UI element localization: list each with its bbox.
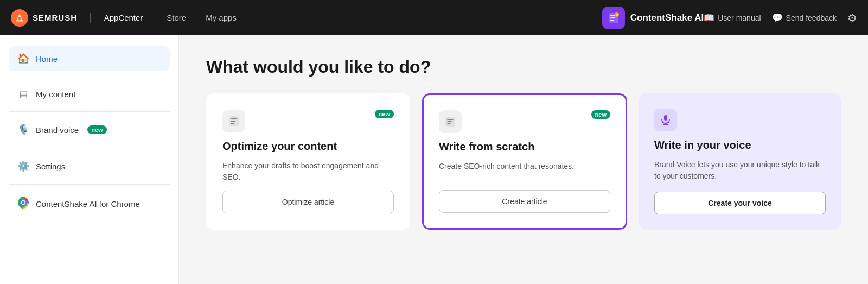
sidebar-chrome-label: ContentShake AI for Chrome bbox=[36, 199, 140, 209]
send-feedback-label: Send feedback bbox=[786, 14, 837, 22]
sidebar-divider-3 bbox=[9, 148, 170, 148]
optimize-card-title: Optimize your content bbox=[222, 140, 394, 153]
sidebar: 🏠 Home ▤ My content 🎙️ Brand voice new ⚙… bbox=[0, 35, 179, 284]
write-scratch-card: new Write from scratch Create SEO-rich c… bbox=[422, 93, 627, 230]
user-manual-label: User manual bbox=[718, 14, 761, 22]
write-scratch-card-title: Write from scratch bbox=[439, 141, 610, 153]
sidebar-item-home[interactable]: 🏠 Home bbox=[9, 46, 170, 71]
sidebar-divider-1 bbox=[9, 77, 170, 77]
settings-sidebar-icon: ⚙️ bbox=[17, 160, 29, 172]
nav-actions: 📖 User manual 💬 Send feedback ⚙ bbox=[704, 11, 857, 24]
sidebar-home-label: Home bbox=[36, 54, 58, 64]
write-scratch-card-header: new bbox=[439, 110, 610, 133]
sidebar-item-my-content[interactable]: ▤ My content bbox=[9, 83, 170, 106]
create-voice-button[interactable]: Create your voice bbox=[654, 192, 826, 214]
write-scratch-card-desc: Create SEO-rich content that resonates. bbox=[439, 161, 610, 182]
svg-rect-10 bbox=[664, 115, 667, 121]
sidebar-divider-4 bbox=[9, 184, 170, 185]
nav-divider: | bbox=[89, 11, 92, 24]
sidebar-settings-label: Settings bbox=[36, 162, 65, 171]
brand-voice-new-badge: new bbox=[87, 125, 106, 134]
cards-row: new Optimize your content Enhance your d… bbox=[206, 93, 841, 230]
app-title-section: ContentShake AI bbox=[602, 7, 704, 29]
content-icon: ▤ bbox=[17, 89, 29, 99]
page-title: What would you like to do? bbox=[206, 57, 841, 77]
svg-point-7 bbox=[22, 201, 25, 204]
optimize-card-icon bbox=[222, 110, 245, 132]
sidebar-divider-2 bbox=[9, 111, 170, 112]
home-icon: 🏠 bbox=[17, 53, 29, 65]
write-scratch-new-badge: new bbox=[591, 110, 610, 119]
optimize-new-badge: new bbox=[375, 110, 394, 118]
write-voice-card-title: Write in your voice bbox=[654, 139, 826, 152]
top-navigation: SEMRUSH | AppCenter Store My apps Conten… bbox=[0, 0, 868, 35]
feedback-icon: 💬 bbox=[772, 12, 783, 23]
write-voice-card-desc: Brand Voice lets you use your unique sty… bbox=[654, 159, 826, 184]
write-voice-card: Write in your voice Brand Voice lets you… bbox=[639, 93, 841, 230]
write-scratch-card-icon bbox=[439, 110, 462, 133]
settings-icon[interactable]: ⚙ bbox=[847, 11, 857, 24]
sidebar-item-settings[interactable]: ⚙️ Settings bbox=[9, 154, 170, 179]
sidebar-item-brand-voice[interactable]: 🎙️ Brand voice new bbox=[9, 117, 170, 142]
chrome-icon bbox=[17, 197, 29, 211]
sidebar-brandvoice-label: Brand voice bbox=[36, 125, 79, 135]
sidebar-mycontent-label: My content bbox=[36, 90, 75, 99]
optimize-card-header: new bbox=[222, 110, 394, 132]
myapps-link[interactable]: My apps bbox=[198, 9, 244, 27]
main-content: What would you like to do? new Optimize … bbox=[179, 35, 868, 284]
svg-point-1 bbox=[18, 17, 21, 20]
app-icon bbox=[602, 7, 625, 29]
sidebar-item-chrome[interactable]: ContentShake AI for Chrome bbox=[9, 190, 170, 218]
semrush-text: SEMRUSH bbox=[33, 13, 77, 22]
optimize-article-button[interactable]: Optimize article bbox=[222, 191, 394, 213]
write-voice-card-icon bbox=[654, 109, 677, 131]
app-name-label: ContentShake AI bbox=[630, 12, 704, 23]
send-feedback-link[interactable]: 💬 Send feedback bbox=[772, 12, 837, 23]
store-link[interactable]: Store bbox=[159, 9, 194, 27]
book-icon: 📖 bbox=[704, 12, 714, 23]
optimize-card: new Optimize your content Enhance your d… bbox=[206, 93, 410, 230]
optimize-card-desc: Enhance your drafts to boost engagement … bbox=[222, 160, 394, 183]
create-article-button[interactable]: Create article bbox=[439, 190, 610, 213]
microphone-icon: 🎙️ bbox=[17, 124, 29, 136]
write-voice-card-header bbox=[654, 109, 826, 131]
user-manual-link[interactable]: 📖 User manual bbox=[704, 12, 761, 23]
brand-logo[interactable]: SEMRUSH | AppCenter bbox=[11, 9, 143, 27]
main-layout: 🏠 Home ▤ My content 🎙️ Brand voice new ⚙… bbox=[0, 35, 868, 284]
nav-links: Store My apps bbox=[159, 9, 602, 27]
appcenter-label: AppCenter bbox=[104, 13, 143, 22]
